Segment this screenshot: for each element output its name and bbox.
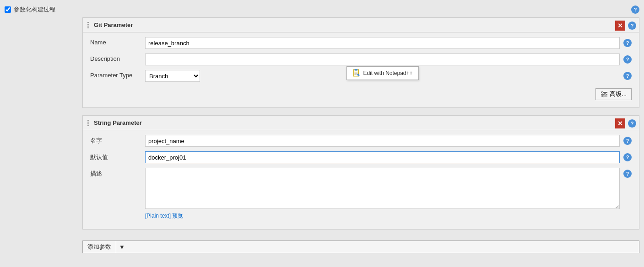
- git-description-help-icon[interactable]: ?: [623, 55, 632, 64]
- drag-handle: [87, 22, 89, 28]
- git-description-control: Edit with Notepad++: [145, 53, 620, 65]
- string-default-input[interactable]: [145, 151, 620, 163]
- parameterize-checkbox[interactable]: [5, 6, 11, 13]
- svg-point-10: [604, 93, 606, 95]
- git-paramtype-help-icon[interactable]: ?: [623, 72, 632, 80]
- page-wrapper: 参数化构建过程 ? Git Parameter ✕ ? Name: [0, 0, 644, 261]
- git-name-control: [145, 37, 620, 49]
- page-help-icon[interactable]: ?: [631, 5, 639, 14]
- notepad-popup: Edit with Notepad++: [346, 66, 418, 80]
- git-parameter-title: Git Parameter: [94, 21, 133, 28]
- git-description-row: Description Edit: [90, 53, 632, 65]
- advanced-icon: [601, 91, 608, 98]
- top-title: 参数化构建过程: [5, 5, 55, 14]
- string-parameter-body: 名字 ? 默认值 ?: [83, 130, 639, 229]
- add-param-label[interactable]: 添加参数: [83, 241, 116, 253]
- git-name-input[interactable]: [145, 37, 620, 49]
- git-description-label: Description: [90, 53, 145, 62]
- string-default-control: [145, 151, 620, 163]
- git-name-label: Name: [90, 37, 145, 46]
- string-drag-handle: [87, 120, 89, 126]
- string-default-help-icon[interactable]: ?: [623, 153, 632, 161]
- string-parameter-delete-button[interactable]: ✕: [615, 118, 625, 128]
- git-paramtype-label: Parameter Type: [90, 70, 145, 79]
- page-title: 参数化构建过程: [14, 5, 55, 14]
- git-paramtype-select[interactable]: Branch Tag Revision Pull Request: [145, 70, 200, 82]
- string-parameter-title: String Parameter: [94, 119, 142, 126]
- string-parameter-help-icon[interactable]: ?: [628, 119, 636, 128]
- bottom-bar: 添加参数 ▼: [0, 237, 644, 257]
- git-parameter-body: Name ? Description: [83, 32, 639, 107]
- top-bar: 参数化构建过程 ?: [0, 4, 644, 17]
- git-parameter-delete-button[interactable]: ✕: [615, 21, 625, 31]
- string-name-help-icon[interactable]: ?: [623, 137, 632, 145]
- notepad-popup-text[interactable]: Edit with Notepad++: [363, 70, 412, 76]
- git-name-row: Name ?: [90, 37, 632, 49]
- git-advanced-button[interactable]: 高级...: [595, 88, 632, 100]
- git-advanced-row: 高级...: [90, 86, 632, 103]
- string-default-label: 默认值: [90, 151, 145, 161]
- string-name-control: [145, 135, 620, 147]
- string-default-row: 默认值 ?: [90, 151, 632, 163]
- string-description-help-icon[interactable]: ?: [623, 170, 632, 178]
- git-description-input[interactable]: [145, 53, 620, 65]
- add-param-arrow-icon[interactable]: ▼: [116, 241, 128, 253]
- add-param-button[interactable]: 添加参数 ▼: [82, 240, 639, 253]
- string-parameter-block: String Parameter ✕ ? 名字 ?: [82, 115, 639, 230]
- git-advanced-label: 高级...: [610, 90, 627, 98]
- string-name-input[interactable]: [145, 135, 620, 147]
- content-area: Git Parameter ✕ ? Name ?: [0, 17, 644, 237]
- notepad-icon: [352, 69, 360, 77]
- string-description-label: 描述: [90, 168, 145, 178]
- git-parameter-help-icon[interactable]: ?: [628, 21, 636, 30]
- git-name-help-icon[interactable]: ?: [623, 39, 632, 47]
- svg-point-9: [601, 91, 603, 93]
- string-parameter-header: String Parameter: [83, 116, 639, 130]
- svg-rect-1: [354, 69, 357, 70]
- string-name-row: 名字 ?: [90, 135, 632, 147]
- string-name-label: 名字: [90, 135, 145, 145]
- git-parameter-block: Git Parameter ✕ ? Name ?: [82, 17, 639, 108]
- git-parameter-header: Git Parameter: [83, 18, 639, 32]
- svg-point-11: [602, 95, 604, 97]
- string-description-textarea[interactable]: [145, 168, 620, 209]
- string-description-control: [Plain text] 预览: [145, 168, 620, 220]
- string-preview-link[interactable]: [Plain text] 预览: [145, 212, 183, 220]
- string-description-row: 描述 [Plain text] 预览 ?: [90, 168, 632, 220]
